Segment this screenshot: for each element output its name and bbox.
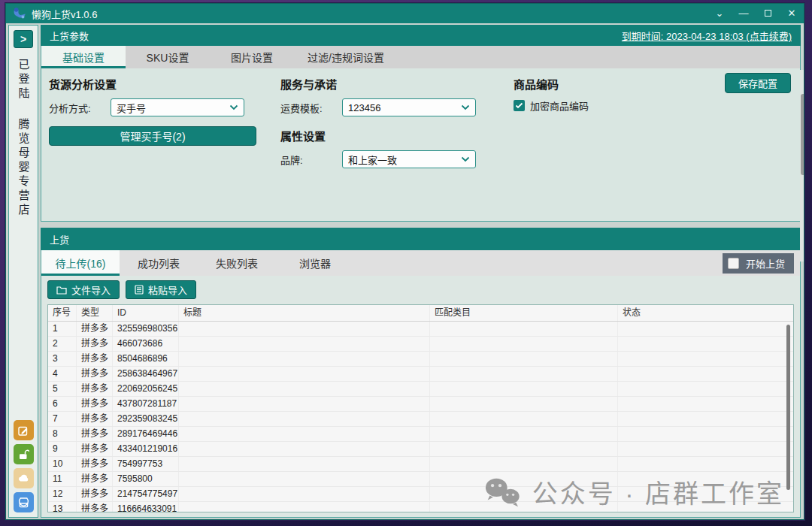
table-cell bbox=[179, 457, 430, 471]
table-cell: 9 bbox=[48, 442, 77, 456]
tab-pending-upload[interactable]: 待上传(16) bbox=[41, 250, 120, 276]
window-title: 懒狗上货v1.0.6 bbox=[32, 7, 97, 21]
start-upload-checkbox[interactable] bbox=[728, 258, 739, 269]
table-row[interactable]: 5拼多多220692056245 bbox=[48, 382, 793, 397]
table-cell bbox=[430, 382, 618, 396]
upload-header-title: 上货 bbox=[50, 232, 69, 246]
params-header-title: 上货参数 bbox=[50, 29, 89, 43]
table-cell bbox=[618, 412, 793, 426]
manage-buyer-accounts-button[interactable]: 管理买手号(2) bbox=[49, 126, 256, 146]
sidebar-collapse-button[interactable]: > bbox=[14, 30, 33, 48]
upload-table: 序号类型ID标题匹配类目状态 1拼多多3255969803562拼多多46607… bbox=[47, 304, 794, 512]
table-cell: 1 bbox=[48, 322, 77, 336]
table-cell bbox=[618, 322, 793, 336]
table-row[interactable]: 10拼多多754997753 bbox=[48, 457, 793, 472]
edit-icon[interactable] bbox=[14, 420, 34, 440]
freight-template-label: 运费模板: bbox=[280, 101, 342, 115]
table-cell bbox=[179, 382, 430, 396]
brand-select[interactable]: 和上家一致 bbox=[342, 150, 476, 168]
table-cell bbox=[179, 352, 430, 366]
table-cell bbox=[430, 412, 618, 426]
table-cell: 11 bbox=[48, 472, 77, 486]
table-cell bbox=[618, 487, 793, 501]
table-body: 1拼多多3255969803562拼多多4660736863拼多多8504686… bbox=[48, 322, 793, 512]
encrypt-code-checkbox[interactable] bbox=[514, 100, 525, 111]
table-cell bbox=[430, 367, 618, 381]
table-cell: 3 bbox=[48, 352, 77, 366]
tab-browser[interactable]: 浏览器 bbox=[276, 250, 354, 276]
paste-import-button[interactable]: 粘贴导入 bbox=[126, 280, 196, 299]
table-cell: 拼多多 bbox=[77, 442, 113, 456]
table-scrollbar-thumb[interactable] bbox=[786, 325, 790, 490]
table-header-row: 序号类型ID标题匹配类目状态 bbox=[48, 305, 793, 322]
tab-sku-settings[interactable]: SKU设置 bbox=[126, 46, 210, 68]
file-import-button[interactable]: 文件导入 bbox=[47, 280, 120, 299]
brand-label: 品牌: bbox=[280, 153, 342, 167]
table-cell: 拼多多 bbox=[77, 502, 113, 512]
table-cell: 2 bbox=[48, 337, 77, 351]
freight-template-value: 123456 bbox=[348, 102, 380, 113]
brand-value: 和上家一致 bbox=[348, 153, 397, 167]
table-cell: 433401219016 bbox=[113, 442, 179, 456]
cloud-icon[interactable] bbox=[14, 468, 34, 488]
column-header[interactable]: 标题 bbox=[179, 305, 430, 321]
table-cell: 289176469446 bbox=[113, 427, 179, 441]
table-cell bbox=[618, 382, 793, 396]
tab-basic-settings[interactable]: 基础设置 bbox=[41, 46, 126, 68]
tab-filter-settings[interactable]: 过滤/违规词设置 bbox=[294, 46, 398, 68]
table-cell bbox=[179, 502, 430, 512]
service-section-title: 服务与承诺 bbox=[280, 76, 498, 92]
tab-image-settings[interactable]: 图片设置 bbox=[210, 46, 294, 68]
table-row[interactable]: 1拼多多325596980356 bbox=[48, 322, 793, 337]
column-header[interactable]: 序号 bbox=[48, 305, 77, 321]
table-cell bbox=[618, 502, 793, 512]
table-cell: 5 bbox=[48, 382, 77, 396]
table-row[interactable]: 3拼多多8504686896 bbox=[48, 352, 793, 367]
table-row[interactable]: 9拼多多433401219016 bbox=[48, 442, 793, 457]
analysis-method-select[interactable]: 买手号 bbox=[111, 98, 244, 116]
tab-success-list[interactable]: 成功列表 bbox=[120, 250, 198, 276]
outer-scrollbar[interactable] bbox=[800, 70, 804, 261]
table-cell bbox=[430, 352, 618, 366]
maximize-icon[interactable] bbox=[762, 8, 774, 20]
table-cell: 292359083245 bbox=[113, 412, 179, 426]
column-header[interactable]: 状态 bbox=[618, 305, 793, 321]
table-cell bbox=[430, 442, 618, 456]
table-cell bbox=[179, 412, 430, 426]
expire-link[interactable]: 到期时间: 2023-04-23 18:03 (点击续费) bbox=[622, 29, 792, 43]
minimize-icon[interactable]: — bbox=[738, 8, 750, 20]
encrypt-code-label: 加密商品编码 bbox=[530, 98, 589, 113]
table-cell: 220692056245 bbox=[113, 382, 179, 396]
freight-template-select[interactable]: 123456 bbox=[342, 98, 476, 116]
shop-icon[interactable] bbox=[14, 492, 34, 512]
table-row[interactable]: 8拼多多289176469446 bbox=[48, 427, 793, 442]
table-row[interactable]: 12拼多多214754775497 bbox=[48, 487, 793, 502]
table-cell: 拼多多 bbox=[77, 427, 113, 441]
table-row[interactable]: 2拼多多466073686 bbox=[48, 337, 793, 352]
column-header[interactable]: 匹配类目 bbox=[430, 305, 618, 321]
close-icon[interactable]: ✕ bbox=[786, 8, 798, 20]
table-row[interactable]: 13拼多多116664633091 bbox=[48, 502, 793, 512]
table-cell bbox=[179, 472, 430, 486]
table-row[interactable]: 6拼多多437807281187 bbox=[48, 397, 793, 412]
column-header[interactable]: ID bbox=[113, 305, 179, 321]
code-section-title: 商品编码 bbox=[514, 76, 709, 92]
table-cell bbox=[430, 397, 618, 411]
start-upload-toggle[interactable]: 开始上货 bbox=[723, 253, 794, 274]
app-logo-icon bbox=[12, 7, 27, 20]
table-row[interactable]: 11拼多多7595800 bbox=[48, 472, 793, 487]
tab-failed-list[interactable]: 失败列表 bbox=[198, 250, 276, 276]
upload-header-bar: 上货 bbox=[41, 228, 801, 250]
outer-scrollbar-thumb[interactable] bbox=[801, 94, 804, 175]
save-config-button[interactable]: 保存配置 bbox=[725, 73, 791, 93]
chevron-down-icon[interactable]: ⌄ bbox=[714, 8, 726, 20]
column-header[interactable]: 类型 bbox=[77, 305, 113, 321]
unlock-icon[interactable] bbox=[14, 444, 34, 464]
table-cell bbox=[179, 427, 430, 441]
table-cell bbox=[618, 337, 793, 351]
table-row[interactable]: 4拼多多258638464967 bbox=[48, 367, 793, 382]
source-section-title: 货源分析设置 bbox=[49, 76, 259, 92]
table-cell: 8 bbox=[48, 427, 77, 441]
table-cell bbox=[430, 322, 618, 336]
table-row[interactable]: 7拼多多292359083245 bbox=[48, 412, 793, 427]
